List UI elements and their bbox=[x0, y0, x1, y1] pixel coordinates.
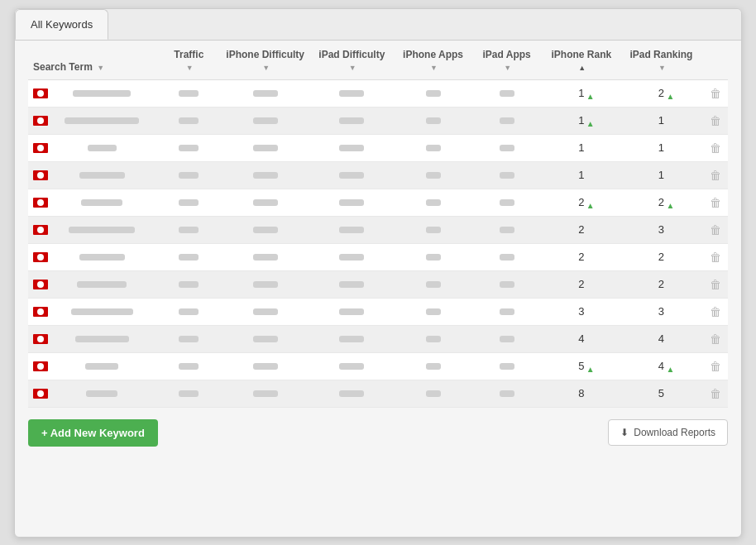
iphone-difficulty-cell bbox=[221, 79, 309, 107]
iphone-apps-cell bbox=[394, 380, 471, 407]
ipad-apps-cell bbox=[472, 270, 542, 298]
ipad-difficulty-cell bbox=[309, 352, 394, 380]
flag-icon bbox=[33, 170, 48, 180]
search-term-cell bbox=[28, 352, 157, 380]
search-term-cell bbox=[28, 79, 157, 107]
delete-cell[interactable]: 🗑 bbox=[701, 79, 728, 107]
col-header-iphone-apps[interactable]: iPhone Apps ▼ bbox=[394, 41, 471, 80]
col-header-ipad-difficulty[interactable]: iPad Difficulty ▼ bbox=[309, 41, 394, 80]
iphone-rank-cell: 5▲ bbox=[542, 352, 622, 380]
iphone-difficulty-cell bbox=[221, 189, 309, 216]
ipad-apps-cell bbox=[472, 79, 542, 107]
flag-icon bbox=[33, 361, 48, 371]
ipad-rank-cell: 2 bbox=[621, 270, 701, 298]
search-term-cell bbox=[28, 243, 157, 270]
iphone-apps-cell bbox=[394, 107, 471, 134]
search-term-text bbox=[69, 227, 135, 233]
delete-button[interactable]: 🗑 bbox=[706, 387, 725, 400]
flag-icon bbox=[33, 334, 48, 344]
delete-button[interactable]: 🗑 bbox=[706, 141, 725, 155]
iphone-apps-cell bbox=[394, 79, 471, 107]
traffic-cell bbox=[157, 134, 221, 161]
search-term-cell bbox=[28, 270, 157, 298]
iphone-rank-cell: 3 bbox=[542, 298, 622, 325]
add-keyword-button[interactable]: + Add New Keyword bbox=[28, 419, 158, 447]
table-row: 11🗑 bbox=[28, 134, 728, 161]
iphone-apps-cell bbox=[394, 189, 471, 216]
download-reports-button[interactable]: ⬇ Download Reports bbox=[608, 419, 728, 446]
ipad-difficulty-cell bbox=[309, 189, 394, 216]
delete-button[interactable]: 🗑 bbox=[706, 223, 725, 237]
traffic-cell bbox=[157, 325, 221, 352]
ipad-apps-cell bbox=[472, 161, 542, 189]
ipad-rank-cell: 2▲ bbox=[621, 189, 701, 216]
delete-cell[interactable]: 🗑 bbox=[701, 107, 728, 134]
delete-button[interactable]: 🗑 bbox=[706, 305, 725, 318]
delete-button[interactable]: 🗑 bbox=[706, 360, 725, 373]
ipad-rank-cell: 1 bbox=[621, 134, 701, 161]
ipad-rank-cell: 4 bbox=[621, 325, 701, 352]
iphone-rank-cell: 2 bbox=[542, 270, 622, 298]
col-header-ipad-apps[interactable]: iPad Apps ▼ bbox=[472, 41, 542, 80]
search-term-text bbox=[85, 363, 118, 370]
table-header-row: Search Term ▼ Traffic ▼ iPhone Difficult… bbox=[28, 41, 728, 80]
delete-cell[interactable]: 🗑 bbox=[701, 134, 728, 161]
col-header-traffic[interactable]: Traffic ▼ bbox=[157, 41, 221, 80]
traffic-cell bbox=[157, 161, 221, 189]
iphone-apps-cell bbox=[394, 298, 471, 325]
traffic-cell bbox=[157, 243, 221, 270]
delete-cell[interactable]: 🗑 bbox=[701, 161, 728, 189]
main-container: All Keywords Search Term ▼ bbox=[14, 8, 742, 538]
iphone-apps-cell bbox=[394, 161, 471, 189]
ipad-apps-cell bbox=[472, 189, 542, 216]
table-row: 23🗑 bbox=[28, 216, 728, 243]
col-header-ipad-ranking[interactable]: iPad Ranking ▼ bbox=[621, 41, 701, 80]
flag-icon bbox=[33, 143, 48, 153]
delete-button[interactable]: 🗑 bbox=[706, 332, 725, 346]
delete-cell[interactable]: 🗑 bbox=[701, 243, 728, 270]
sort-arrow-iphone-diff: ▼ bbox=[262, 64, 270, 74]
flag-icon bbox=[33, 198, 48, 208]
tab-all-keywords[interactable]: All Keywords bbox=[15, 9, 108, 40]
search-term-text bbox=[65, 117, 139, 124]
flag-icon bbox=[33, 88, 48, 98]
delete-cell[interactable]: 🗑 bbox=[701, 298, 728, 325]
iphone-difficulty-cell bbox=[221, 134, 309, 161]
table-row: 1▲1🗑 bbox=[28, 107, 728, 134]
search-term-cell bbox=[28, 161, 157, 189]
sort-arrow-ipad-diff: ▼ bbox=[349, 64, 356, 74]
delete-button[interactable]: 🗑 bbox=[706, 87, 725, 100]
search-term-text bbox=[81, 199, 122, 206]
search-term-cell bbox=[28, 325, 157, 352]
iphone-difficulty-cell bbox=[221, 270, 309, 298]
table-row: 85🗑 bbox=[28, 380, 728, 407]
col-header-search-term[interactable]: Search Term ▼ bbox=[28, 41, 157, 80]
iphone-rank-cell: 1 bbox=[542, 161, 622, 189]
iphone-rank-cell: 2 bbox=[542, 216, 622, 243]
ipad-apps-cell bbox=[472, 243, 542, 270]
delete-cell[interactable]: 🗑 bbox=[701, 270, 728, 298]
delete-cell[interactable]: 🗑 bbox=[701, 380, 728, 407]
iphone-apps-cell bbox=[394, 325, 471, 352]
search-term-text bbox=[71, 308, 133, 315]
col-header-iphone-difficulty[interactable]: iPhone Difficulty ▼ bbox=[221, 41, 309, 80]
iphone-rank-cell: 2▲ bbox=[542, 189, 622, 216]
delete-button[interactable]: 🗑 bbox=[706, 196, 725, 209]
delete-cell[interactable]: 🗑 bbox=[701, 352, 728, 380]
ipad-rank-cell: 5 bbox=[621, 380, 701, 407]
delete-button[interactable]: 🗑 bbox=[706, 114, 725, 127]
delete-button[interactable]: 🗑 bbox=[706, 251, 725, 264]
ipad-difficulty-cell bbox=[309, 161, 394, 189]
delete-button[interactable]: 🗑 bbox=[706, 169, 725, 182]
col-header-iphone-rank[interactable]: iPhone Rank ▲ bbox=[542, 41, 622, 80]
ipad-rank-cell: 1 bbox=[621, 161, 701, 189]
traffic-cell bbox=[157, 107, 221, 134]
delete-button[interactable]: 🗑 bbox=[706, 278, 725, 291]
table-row: 44🗑 bbox=[28, 325, 728, 352]
flag-icon bbox=[33, 307, 48, 317]
ipad-difficulty-cell bbox=[309, 134, 394, 161]
delete-cell[interactable]: 🗑 bbox=[701, 189, 728, 216]
traffic-cell bbox=[157, 189, 221, 216]
delete-cell[interactable]: 🗑 bbox=[701, 325, 728, 352]
delete-cell[interactable]: 🗑 bbox=[701, 216, 728, 243]
